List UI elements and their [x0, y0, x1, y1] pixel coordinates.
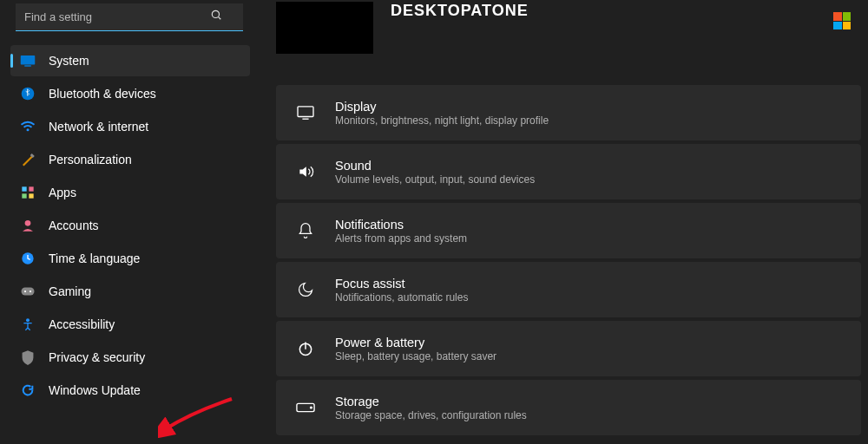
sidebar-item-label: Gaming	[49, 284, 91, 298]
card-title: Notifications	[335, 218, 467, 232]
svg-point-0	[212, 10, 219, 17]
sidebar-item-label: Network & internet	[49, 120, 148, 134]
sidebar-item-bluetooth[interactable]: Bluetooth & devices	[10, 78, 250, 109]
clock-icon	[19, 250, 36, 267]
card-subtitle: Sleep, battery usage, battery saver	[335, 350, 496, 362]
card-subtitle: Monitors, brightness, night light, displ…	[335, 114, 549, 127]
user-name: DESKTOPATONE	[391, 2, 529, 20]
accessibility-icon	[19, 316, 36, 333]
sidebar-item-gaming[interactable]: Gaming	[10, 276, 250, 307]
sidebar-item-label: Accounts	[49, 219, 99, 232]
card-title: Sound	[335, 159, 535, 173]
wifi-icon	[19, 118, 36, 135]
sidebar-item-label: Accessibility	[49, 317, 115, 331]
power-icon	[293, 340, 318, 357]
search-icon	[210, 9, 222, 21]
apps-icon	[19, 184, 36, 201]
svg-rect-9	[22, 193, 26, 198]
sidebar-item-label: Privacy & security	[49, 350, 145, 364]
card-storage[interactable]: Storage Storage space, drives, configura…	[276, 380, 861, 435]
sidebar-item-time[interactable]: Time & language	[10, 243, 250, 274]
svg-rect-2	[21, 56, 36, 65]
svg-rect-17	[298, 107, 313, 117]
card-focus[interactable]: Focus assist Notifications, automatic ru…	[276, 262, 861, 317]
bell-icon	[293, 222, 318, 239]
sidebar-item-privacy[interactable]: Privacy & security	[10, 342, 250, 373]
sound-icon	[293, 163, 318, 180]
card-notifications[interactable]: Notifications Alerts from apps and syste…	[276, 203, 861, 258]
svg-rect-13	[22, 288, 35, 296]
card-title: Power & battery	[335, 336, 496, 349]
shield-icon	[19, 349, 36, 366]
microsoft-logo-icon	[833, 12, 851, 29]
card-subtitle: Alerts from apps and system	[335, 232, 467, 245]
bluetooth-icon	[19, 85, 36, 102]
svg-point-14	[24, 291, 26, 292]
search-wrap	[10, 0, 250, 43]
svg-rect-7	[22, 186, 26, 191]
sidebar-item-personalization[interactable]: Personalization	[10, 144, 250, 175]
sidebar-item-apps[interactable]: Apps	[10, 177, 250, 208]
sidebar-item-label: Bluetooth & devices	[49, 87, 156, 101]
card-title: Display	[335, 100, 549, 114]
card-subtitle: Volume levels, output, input, sound devi…	[335, 173, 535, 186]
svg-point-22	[311, 407, 312, 408]
sidebar-item-windows-update[interactable]: Windows Update	[10, 375, 250, 406]
sidebar-item-label: System	[49, 54, 89, 68]
storage-icon	[293, 402, 318, 413]
svg-rect-10	[29, 193, 33, 198]
main-content: DESKTOPATONE Display Monitors, brightnes…	[260, 0, 868, 444]
header: DESKTOPATONE	[276, 0, 861, 54]
person-icon	[19, 217, 36, 234]
svg-point-11	[25, 220, 31, 226]
sidebar-item-label: Apps	[49, 186, 76, 199]
card-power[interactable]: Power & battery Sleep, battery usage, ba…	[276, 321, 861, 376]
system-icon	[19, 52, 36, 69]
sidebar-item-accessibility[interactable]: Accessibility	[10, 309, 250, 340]
display-icon	[293, 105, 318, 121]
card-title: Focus assist	[335, 277, 468, 291]
card-sound[interactable]: Sound Volume levels, output, input, soun…	[276, 144, 861, 199]
brush-icon	[19, 151, 36, 168]
card-subtitle: Notifications, automatic rules	[335, 291, 468, 304]
svg-line-1	[219, 17, 221, 20]
sidebar-item-label: Personalization	[49, 153, 132, 166]
update-icon	[19, 382, 36, 399]
svg-point-5	[27, 128, 30, 131]
sidebar: System Bluetooth & devices Network & int…	[0, 0, 260, 444]
sidebar-item-system[interactable]: System	[10, 45, 250, 76]
moon-icon	[293, 281, 318, 298]
card-subtitle: Storage space, drives, configuration rul…	[335, 409, 527, 421]
gaming-icon	[19, 283, 36, 300]
svg-point-16	[26, 318, 30, 322]
svg-rect-3	[24, 65, 31, 67]
card-title: Storage	[335, 395, 527, 408]
sidebar-item-label: Time & language	[49, 251, 140, 265]
svg-rect-8	[29, 186, 33, 191]
svg-point-15	[30, 291, 31, 292]
sidebar-item-accounts[interactable]: Accounts	[10, 210, 250, 241]
card-display[interactable]: Display Monitors, brightness, night ligh…	[276, 85, 861, 140]
search-input[interactable]	[16, 3, 243, 31]
avatar	[276, 2, 373, 54]
sidebar-item-network[interactable]: Network & internet	[10, 111, 250, 142]
sidebar-item-label: Windows Update	[49, 383, 141, 397]
